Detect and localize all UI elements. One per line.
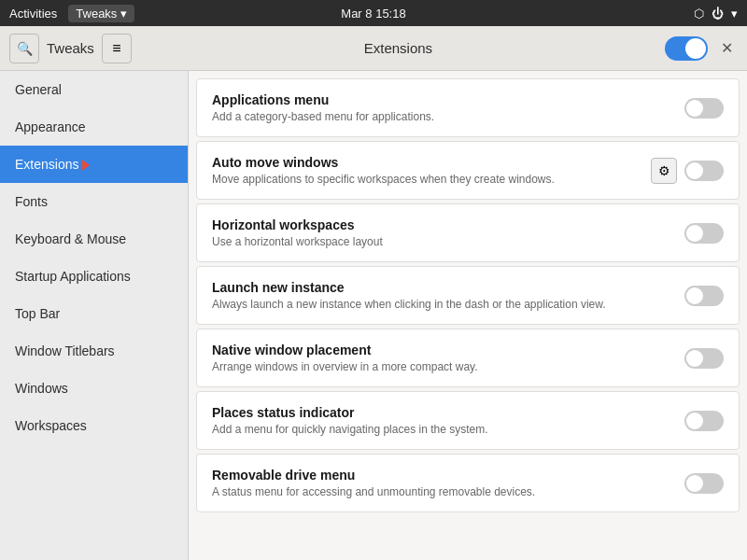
extension-removable-drive-menu: Removable drive menu A status menu for a… [196,454,740,512]
ext-title-native-window-placement: Native window placement [212,343,684,357]
ext-toggle-applications-menu[interactable] [684,98,724,119]
ext-settings-button-auto-move-windows[interactable]: ⚙ [651,158,677,184]
ext-title-removable-drive-menu: Removable drive menu [212,468,684,483]
search-icon: 🔍 [17,41,33,56]
system-bar-right: ⬡ ⏻ ▾ [694,7,738,21]
ext-desc-horizontal-workspaces: Use a horizontal workspace layout [212,235,684,248]
header-bar: 🔍 Tweaks ≡ Extensions ✕ [0,26,747,71]
menu-button[interactable]: ≡ [102,34,132,63]
sidebar: General Appearance Extensions Fonts Keyb… [0,71,189,560]
ext-desc-launch-new-instance: Always launch a new instance when clicki… [212,298,684,311]
extension-places-status-indicator: Places status indicator Add a menu for q… [196,391,740,450]
extension-launch-new-instance: Launch new instance Always launch a new … [196,266,740,325]
ext-title-applications-menu: Applications menu [212,92,684,107]
ext-toggle-removable-drive-menu[interactable] [684,473,724,494]
tweaks-dropdown-icon: ▾ [120,7,127,21]
sidebar-item-appearance[interactable]: Appearance [0,108,188,146]
window-title: Extensions [139,40,657,56]
system-bar-clock: Mar 8 15:18 [341,7,405,21]
activities-button[interactable]: Activities [9,7,57,21]
network-icon: ⬡ [694,7,704,21]
ext-title-places-status-indicator: Places status indicator [212,405,684,420]
extension-native-window-placement: Native window placement Arrange windows … [196,329,740,387]
search-button[interactable]: 🔍 [9,34,39,63]
ext-toggle-auto-move-windows[interactable] [684,161,724,181]
extensions-master-toggle[interactable] [665,36,708,61]
content-area: General Appearance Extensions Fonts Keyb… [0,71,747,560]
ext-title-auto-move-windows: Auto move windows [212,155,651,170]
system-bar: Activities Tweaks ▾ Mar 8 15:18 ⬡ ⏻ ▾ [0,0,747,26]
sidebar-item-extensions[interactable]: Extensions [0,146,188,183]
tweaks-menu[interactable]: Tweaks ▾ [68,5,134,22]
ext-toggle-native-window-placement[interactable] [684,348,724,369]
sidebar-item-top-bar[interactable]: Top Bar [0,295,188,332]
sidebar-item-startup-applications[interactable]: Startup Applications [0,258,188,295]
extensions-list: Applications menu Add a category-based m… [189,71,747,560]
sidebar-item-windows[interactable]: Windows [0,370,188,407]
sidebar-item-window-titlebars[interactable]: Window Titlebars [0,332,188,370]
ext-desc-native-window-placement: Arrange windows in overview in a more co… [212,360,684,373]
system-bar-left: Activities Tweaks ▾ [9,5,134,22]
active-arrow-icon [82,160,90,171]
power-dropdown-icon[interactable]: ▾ [731,7,738,21]
ext-title-horizontal-workspaces: Horizontal workspaces [212,217,684,232]
close-icon: ✕ [721,39,733,57]
ext-toggle-launch-new-instance[interactable] [684,286,724,306]
extension-auto-move-windows: Auto move windows Move applications to s… [196,141,740,200]
sidebar-item-general[interactable]: General [0,71,188,108]
sidebar-item-fonts[interactable]: Fonts [0,183,188,220]
extension-applications-menu: Applications menu Add a category-based m… [196,78,740,137]
extension-horizontal-workspaces: Horizontal workspaces Use a horizontal w… [196,203,740,262]
ext-desc-applications-menu: Add a category-based menu for applicatio… [212,110,684,123]
ext-title-launch-new-instance: Launch new instance [212,280,684,295]
sidebar-item-workspaces[interactable]: Workspaces [0,407,188,444]
ext-desc-removable-drive-menu: A status menu for accessing and unmounti… [212,485,684,498]
menu-icon: ≡ [112,40,120,57]
ext-toggle-horizontal-workspaces[interactable] [684,223,724,244]
gear-icon: ⚙ [658,163,670,178]
window: 🔍 Tweaks ≡ Extensions ✕ General Appearan… [0,26,747,560]
sidebar-item-keyboard-mouse[interactable]: Keyboard & Mouse [0,220,188,258]
ext-desc-places-status-indicator: Add a menu for quickly navigating places… [212,423,684,436]
power-icon[interactable]: ⏻ [712,7,724,21]
tweaks-label: Tweaks [76,7,117,21]
ext-desc-auto-move-windows: Move applications to specific workspaces… [212,173,651,186]
close-button[interactable]: ✕ [715,37,738,60]
sidebar-app-title: Tweaks [47,40,94,56]
ext-toggle-places-status-indicator[interactable] [684,411,724,431]
